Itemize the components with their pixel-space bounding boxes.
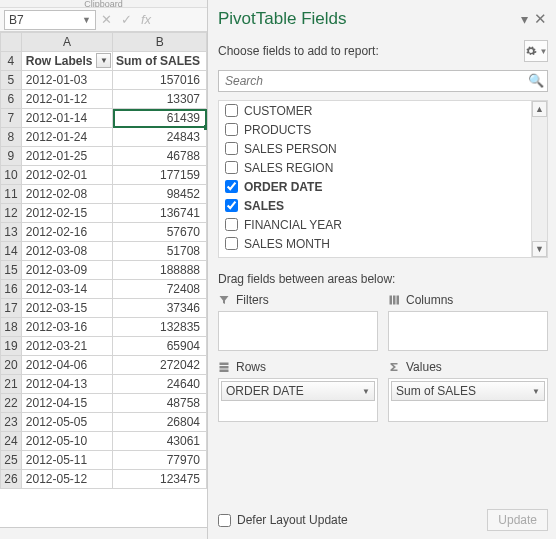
- row-header[interactable]: 7: [1, 109, 22, 128]
- chevron-down-icon[interactable]: ▼: [532, 387, 540, 396]
- cell[interactable]: 2012-03-09: [21, 261, 113, 280]
- cell[interactable]: 2012-03-14: [21, 280, 113, 299]
- field-item[interactable]: PRODUCTS: [219, 120, 547, 139]
- search-icon[interactable]: 🔍: [528, 73, 544, 88]
- cell[interactable]: 2012-02-16: [21, 223, 113, 242]
- scroll-down-icon[interactable]: ▼: [532, 241, 547, 257]
- field-item[interactable]: SALES: [219, 196, 547, 215]
- field-checkbox[interactable]: [225, 142, 238, 155]
- cell[interactable]: 24640: [113, 375, 207, 394]
- scrollbar[interactable]: ▲ ▼: [531, 101, 547, 257]
- cell[interactable]: 2012-05-05: [21, 413, 113, 432]
- row-header[interactable]: 14: [1, 242, 22, 261]
- cell[interactable]: Row Labels▼: [21, 52, 113, 71]
- area-pill[interactable]: Sum of SALES ▼: [391, 381, 545, 401]
- cell[interactable]: 2012-01-14: [21, 109, 113, 128]
- field-checkbox[interactable]: [225, 180, 238, 193]
- cell[interactable]: 46788: [113, 147, 207, 166]
- cell[interactable]: 37346: [113, 299, 207, 318]
- cell[interactable]: 2012-03-21: [21, 337, 113, 356]
- cell[interactable]: 2012-02-01: [21, 166, 113, 185]
- field-item[interactable]: FINANCIAL YEAR: [219, 215, 547, 234]
- cell[interactable]: 57670: [113, 223, 207, 242]
- row-header[interactable]: 19: [1, 337, 22, 356]
- cell[interactable]: 2012-03-16: [21, 318, 113, 337]
- row-header[interactable]: 9: [1, 147, 22, 166]
- cell[interactable]: 72408: [113, 280, 207, 299]
- row-header[interactable]: 20: [1, 356, 22, 375]
- rows-dropzone[interactable]: ORDER DATE ▼: [218, 378, 378, 422]
- cell[interactable]: 2012-03-15: [21, 299, 113, 318]
- area-pill[interactable]: ORDER DATE ▼: [221, 381, 375, 401]
- cell[interactable]: 13307: [113, 90, 207, 109]
- columns-dropzone[interactable]: [388, 311, 548, 351]
- row-header[interactable]: 26: [1, 470, 22, 489]
- field-checkbox[interactable]: [225, 123, 238, 136]
- cell[interactable]: 2012-04-13: [21, 375, 113, 394]
- cell[interactable]: 177159: [113, 166, 207, 185]
- field-checkbox[interactable]: [225, 161, 238, 174]
- chevron-down-icon[interactable]: ▼: [362, 387, 370, 396]
- filter-dropdown-icon[interactable]: ▼: [96, 53, 111, 68]
- search-input[interactable]: [218, 70, 548, 92]
- fx-icon[interactable]: fx: [136, 12, 156, 27]
- cell[interactable]: 272042: [113, 356, 207, 375]
- close-icon[interactable]: ✕: [532, 10, 548, 28]
- field-checkbox[interactable]: [225, 199, 238, 212]
- cell[interactable]: 48758: [113, 394, 207, 413]
- name-box[interactable]: B7 ▼: [4, 10, 96, 30]
- cell[interactable]: 26804: [113, 413, 207, 432]
- field-item[interactable]: SALES PERSON: [219, 139, 547, 158]
- cell[interactable]: 43061: [113, 432, 207, 451]
- row-header[interactable]: 21: [1, 375, 22, 394]
- cell[interactable]: 98452: [113, 185, 207, 204]
- cell[interactable]: 77970: [113, 451, 207, 470]
- row-header[interactable]: 4: [1, 52, 22, 71]
- cell[interactable]: 132835: [113, 318, 207, 337]
- field-checkbox[interactable]: [225, 237, 238, 250]
- column-header-b[interactable]: B: [113, 33, 207, 52]
- defer-update-checkbox[interactable]: [218, 514, 231, 527]
- row-header[interactable]: 12: [1, 204, 22, 223]
- row-header[interactable]: 10: [1, 166, 22, 185]
- scroll-up-icon[interactable]: ▲: [532, 101, 547, 117]
- cell[interactable]: 2012-04-15: [21, 394, 113, 413]
- filters-dropzone[interactable]: [218, 311, 378, 351]
- row-header[interactable]: 8: [1, 128, 22, 147]
- field-checkbox[interactable]: [225, 104, 238, 117]
- update-button[interactable]: Update: [487, 509, 548, 531]
- cell[interactable]: 2012-05-10: [21, 432, 113, 451]
- cell[interactable]: 136741: [113, 204, 207, 223]
- cell[interactable]: 2012-01-25: [21, 147, 113, 166]
- row-header[interactable]: 22: [1, 394, 22, 413]
- cell-grid[interactable]: A B 4Row Labels▼Sum of SALES52012-01-031…: [0, 32, 207, 527]
- values-dropzone[interactable]: Sum of SALES ▼: [388, 378, 548, 422]
- cell[interactable]: 157016: [113, 71, 207, 90]
- cell[interactable]: 2012-05-11: [21, 451, 113, 470]
- row-header[interactable]: 13: [1, 223, 22, 242]
- cell[interactable]: 2012-03-08: [21, 242, 113, 261]
- row-header[interactable]: 6: [1, 90, 22, 109]
- cell[interactable]: 2012-01-24: [21, 128, 113, 147]
- cell[interactable]: 2012-05-12: [21, 470, 113, 489]
- row-header[interactable]: 18: [1, 318, 22, 337]
- cell[interactable]: 2012-01-12: [21, 90, 113, 109]
- row-header[interactable]: 11: [1, 185, 22, 204]
- row-header[interactable]: 16: [1, 280, 22, 299]
- cell[interactable]: 24843: [113, 128, 207, 147]
- cell[interactable]: 188888: [113, 261, 207, 280]
- row-header[interactable]: 17: [1, 299, 22, 318]
- field-item[interactable]: ORDER DATE: [219, 177, 547, 196]
- cell[interactable]: 2012-02-15: [21, 204, 113, 223]
- cell[interactable]: 51708: [113, 242, 207, 261]
- row-header[interactable]: 24: [1, 432, 22, 451]
- pane-options-dropdown[interactable]: ▾: [516, 11, 532, 27]
- select-all-corner[interactable]: [1, 33, 22, 52]
- cell[interactable]: 2012-04-06: [21, 356, 113, 375]
- field-list[interactable]: CUSTOMERPRODUCTSSALES PERSONSALES REGION…: [218, 100, 548, 258]
- tools-button[interactable]: ▼: [524, 40, 548, 62]
- chevron-down-icon[interactable]: ▼: [82, 15, 91, 25]
- row-header[interactable]: 15: [1, 261, 22, 280]
- field-item[interactable]: SALES REGION: [219, 158, 547, 177]
- row-header[interactable]: 25: [1, 451, 22, 470]
